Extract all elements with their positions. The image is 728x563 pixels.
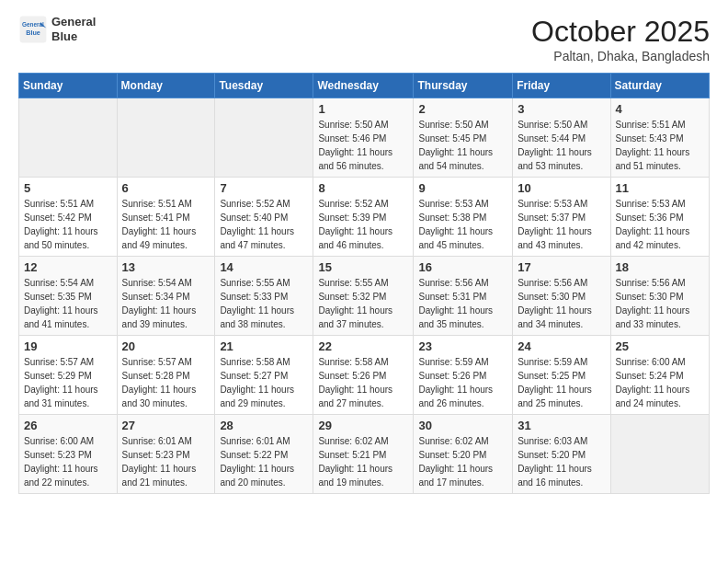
logo-text: General Blue (51, 15, 96, 43)
page-header: General Blue General Blue October 2025 P… (18, 15, 710, 63)
day-info: Sunrise: 5:53 AM Sunset: 5:37 PM Dayligh… (518, 197, 605, 252)
calendar-cell: 27Sunrise: 6:01 AM Sunset: 5:23 PM Dayli… (117, 415, 215, 494)
calendar-week-2: 5Sunrise: 5:51 AM Sunset: 5:42 PM Daylig… (19, 178, 710, 257)
weekday-header-monday: Monday (117, 74, 215, 98)
calendar-cell: 14Sunrise: 5:55 AM Sunset: 5:33 PM Dayli… (215, 257, 313, 336)
calendar-cell: 15Sunrise: 5:55 AM Sunset: 5:32 PM Dayli… (313, 257, 414, 336)
day-info: Sunrise: 6:01 AM Sunset: 5:23 PM Dayligh… (122, 434, 210, 489)
calendar-table: SundayMondayTuesdayWednesdayThursdayFrid… (18, 73, 710, 494)
day-number: 3 (518, 102, 605, 116)
weekday-header-wednesday: Wednesday (313, 74, 414, 98)
day-info: Sunrise: 5:55 AM Sunset: 5:33 PM Dayligh… (220, 276, 308, 331)
day-number: 7 (220, 181, 308, 195)
calendar-cell: 2Sunrise: 5:50 AM Sunset: 5:45 PM Daylig… (414, 98, 513, 178)
day-info: Sunrise: 6:01 AM Sunset: 5:22 PM Dayligh… (220, 434, 308, 489)
calendar-cell: 18Sunrise: 5:56 AM Sunset: 5:30 PM Dayli… (610, 257, 709, 336)
calendar-week-3: 12Sunrise: 5:54 AM Sunset: 5:35 PM Dayli… (19, 257, 710, 336)
day-info: Sunrise: 5:50 AM Sunset: 5:44 PM Dayligh… (518, 118, 605, 173)
calendar-cell: 21Sunrise: 5:58 AM Sunset: 5:27 PM Dayli… (215, 336, 313, 415)
month-title: October 2025 (531, 15, 710, 49)
day-info: Sunrise: 5:51 AM Sunset: 5:41 PM Dayligh… (122, 197, 210, 252)
day-number: 31 (518, 419, 605, 432)
day-number: 12 (24, 260, 112, 274)
day-number: 1 (318, 102, 408, 116)
day-info: Sunrise: 6:02 AM Sunset: 5:20 PM Dayligh… (418, 434, 507, 489)
calendar-cell (117, 98, 215, 178)
calendar-body: 1Sunrise: 5:50 AM Sunset: 5:46 PM Daylig… (19, 98, 710, 494)
day-number: 30 (418, 419, 507, 432)
calendar-cell: 22Sunrise: 5:58 AM Sunset: 5:26 PM Dayli… (313, 336, 414, 415)
calendar-cell: 16Sunrise: 5:56 AM Sunset: 5:31 PM Dayli… (414, 257, 513, 336)
weekday-header-friday: Friday (513, 74, 610, 98)
day-number: 24 (518, 339, 605, 353)
day-info: Sunrise: 5:54 AM Sunset: 5:34 PM Dayligh… (122, 276, 210, 331)
day-info: Sunrise: 5:59 AM Sunset: 5:26 PM Dayligh… (418, 355, 507, 410)
weekday-header-row: SundayMondayTuesdayWednesdayThursdayFrid… (19, 74, 710, 98)
title-block: October 2025 Paltan, Dhaka, Bangladesh (531, 15, 710, 63)
day-info: Sunrise: 5:56 AM Sunset: 5:30 PM Dayligh… (616, 276, 704, 331)
day-number: 27 (122, 419, 210, 432)
day-info: Sunrise: 5:55 AM Sunset: 5:32 PM Dayligh… (318, 276, 408, 331)
day-number: 4 (616, 102, 704, 116)
day-number: 17 (518, 260, 605, 274)
calendar-cell: 25Sunrise: 6:00 AM Sunset: 5:24 PM Dayli… (610, 336, 709, 415)
calendar-cell: 1Sunrise: 5:50 AM Sunset: 5:46 PM Daylig… (313, 98, 414, 178)
calendar-cell: 5Sunrise: 5:51 AM Sunset: 5:42 PM Daylig… (19, 178, 118, 257)
calendar-week-5: 26Sunrise: 6:00 AM Sunset: 5:23 PM Dayli… (19, 415, 710, 494)
day-info: Sunrise: 5:54 AM Sunset: 5:35 PM Dayligh… (24, 276, 112, 331)
calendar-cell (19, 98, 118, 178)
day-info: Sunrise: 5:52 AM Sunset: 5:39 PM Dayligh… (318, 197, 408, 252)
day-number: 21 (220, 339, 308, 353)
day-info: Sunrise: 5:56 AM Sunset: 5:31 PM Dayligh… (418, 276, 507, 331)
day-info: Sunrise: 5:58 AM Sunset: 5:26 PM Dayligh… (318, 355, 408, 410)
calendar-cell: 26Sunrise: 6:00 AM Sunset: 5:23 PM Dayli… (19, 415, 118, 494)
day-number: 19 (24, 339, 112, 353)
calendar-cell: 20Sunrise: 5:57 AM Sunset: 5:28 PM Dayli… (117, 336, 215, 415)
day-info: Sunrise: 5:51 AM Sunset: 5:42 PM Dayligh… (24, 197, 112, 252)
day-number: 16 (418, 260, 507, 274)
day-info: Sunrise: 5:50 AM Sunset: 5:46 PM Dayligh… (318, 118, 408, 173)
calendar-cell: 24Sunrise: 5:59 AM Sunset: 5:25 PM Dayli… (513, 336, 610, 415)
calendar-cell: 6Sunrise: 5:51 AM Sunset: 5:41 PM Daylig… (117, 178, 215, 257)
day-info: Sunrise: 5:56 AM Sunset: 5:30 PM Dayligh… (518, 276, 605, 331)
day-info: Sunrise: 5:53 AM Sunset: 5:36 PM Dayligh… (616, 197, 704, 252)
day-number: 15 (318, 260, 408, 274)
calendar-cell: 19Sunrise: 5:57 AM Sunset: 5:29 PM Dayli… (19, 336, 118, 415)
calendar-header: SundayMondayTuesdayWednesdayThursdayFrid… (19, 74, 710, 98)
day-info: Sunrise: 5:59 AM Sunset: 5:25 PM Dayligh… (518, 355, 605, 410)
day-number: 20 (122, 339, 210, 353)
logo: General Blue General Blue (18, 15, 96, 44)
day-number: 23 (418, 339, 507, 353)
day-number: 29 (318, 419, 408, 432)
svg-text:Blue: Blue (26, 29, 40, 37)
calendar-cell: 28Sunrise: 6:01 AM Sunset: 5:22 PM Dayli… (215, 415, 313, 494)
day-info: Sunrise: 5:57 AM Sunset: 5:28 PM Dayligh… (122, 355, 210, 410)
weekday-header-saturday: Saturday (610, 74, 709, 98)
calendar-cell: 12Sunrise: 5:54 AM Sunset: 5:35 PM Dayli… (19, 257, 118, 336)
day-info: Sunrise: 6:00 AM Sunset: 5:24 PM Dayligh… (616, 355, 704, 410)
calendar-cell: 23Sunrise: 5:59 AM Sunset: 5:26 PM Dayli… (414, 336, 513, 415)
day-info: Sunrise: 5:53 AM Sunset: 5:38 PM Dayligh… (418, 197, 507, 252)
calendar-cell: 11Sunrise: 5:53 AM Sunset: 5:36 PM Dayli… (610, 178, 709, 257)
weekday-header-tuesday: Tuesday (215, 74, 313, 98)
day-number: 18 (616, 260, 704, 274)
day-number: 11 (616, 181, 704, 195)
weekday-header-thursday: Thursday (414, 74, 513, 98)
weekday-header-sunday: Sunday (19, 74, 118, 98)
calendar-cell: 10Sunrise: 5:53 AM Sunset: 5:37 PM Dayli… (513, 178, 610, 257)
day-info: Sunrise: 5:57 AM Sunset: 5:29 PM Dayligh… (24, 355, 112, 410)
calendar-cell: 4Sunrise: 5:51 AM Sunset: 5:43 PM Daylig… (610, 98, 709, 178)
day-number: 2 (418, 102, 507, 116)
day-number: 13 (122, 260, 210, 274)
calendar-cell: 31Sunrise: 6:03 AM Sunset: 5:20 PM Dayli… (513, 415, 610, 494)
day-info: Sunrise: 5:50 AM Sunset: 5:45 PM Dayligh… (418, 118, 507, 173)
day-number: 22 (318, 339, 408, 353)
calendar-cell: 29Sunrise: 6:02 AM Sunset: 5:21 PM Dayli… (313, 415, 414, 494)
calendar-cell: 3Sunrise: 5:50 AM Sunset: 5:44 PM Daylig… (513, 98, 610, 178)
calendar-cell (610, 415, 709, 494)
calendar-week-4: 19Sunrise: 5:57 AM Sunset: 5:29 PM Dayli… (19, 336, 710, 415)
day-number: 10 (518, 181, 605, 195)
day-number: 6 (122, 181, 210, 195)
location: Paltan, Dhaka, Bangladesh (531, 49, 710, 63)
calendar-cell: 13Sunrise: 5:54 AM Sunset: 5:34 PM Dayli… (117, 257, 215, 336)
